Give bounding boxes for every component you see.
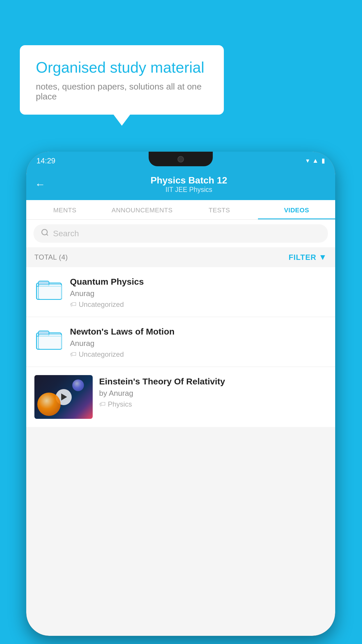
video-author-1: Anurag — [70, 289, 327, 298]
tab-tests[interactable]: TESTS — [181, 200, 258, 219]
list-item[interactable]: Newton's Laws of Motion Anurag 🏷 Uncateg… — [26, 317, 335, 367]
video-tag-3: 🏷 Physics — [99, 400, 327, 408]
header-title-group: Physics Batch 12 IIT JEE Physics — [51, 175, 326, 194]
total-count: TOTAL (4) — [34, 253, 68, 261]
speech-bubble-heading: Organised study material — [36, 58, 208, 76]
item-info-1: Quantum Physics Anurag 🏷 Uncategorized — [70, 275, 327, 309]
video-title-3: Einstein's Theory Of Relativity — [99, 377, 327, 386]
svg-rect-7 — [38, 334, 62, 349]
tag-icon-3: 🏷 — [99, 400, 106, 408]
play-triangle-icon — [61, 393, 67, 400]
list-item[interactable]: Einstein's Theory Of Relativity by Anura… — [26, 367, 335, 427]
video-title-1: Quantum Physics — [70, 277, 327, 287]
camera — [178, 156, 184, 162]
video-tag-2: 🏷 Uncategorized — [70, 350, 327, 358]
tab-videos[interactable]: VIDEOS — [258, 200, 335, 219]
search-placeholder: Search — [53, 229, 79, 238]
back-button[interactable]: ← — [35, 179, 45, 190]
video-list: Quantum Physics Anurag 🏷 Uncategorized — [26, 267, 335, 427]
video-author-2: Anurag — [70, 339, 327, 348]
filter-icon: ▼ — [319, 253, 327, 262]
video-title-2: Newton's Laws of Motion — [70, 327, 327, 337]
svg-line-1 — [46, 234, 48, 235]
item-thumbnail-1 — [34, 275, 64, 302]
svg-point-0 — [42, 230, 48, 235]
folder-icon — [36, 326, 62, 351]
header-subtitle: IIT JEE Physics — [51, 186, 326, 194]
notch — [149, 152, 213, 166]
planet-decoration-2 — [72, 379, 84, 391]
speech-bubble: Organised study material notes, question… — [20, 45, 224, 115]
svg-rect-4 — [38, 284, 62, 299]
video-tag-1: 🏷 Uncategorized — [70, 300, 327, 309]
speech-bubble-wrapper: Organised study material notes, question… — [20, 45, 224, 115]
header-title: Physics Batch 12 — [51, 175, 326, 186]
battery-icon: ▮ — [321, 157, 325, 164]
item-info-2: Newton's Laws of Motion Anurag 🏷 Uncateg… — [70, 325, 327, 358]
search-bar[interactable]: Search — [34, 224, 328, 243]
item-info-3: Einstein's Theory Of Relativity by Anura… — [99, 375, 327, 408]
tab-bar: MENTS ANNOUNCEMENTS TESTS VIDEOS — [26, 200, 335, 220]
item-thumbnail-2 — [34, 325, 64, 351]
folder-icon — [36, 276, 62, 301]
tab-announcements[interactable]: ANNOUNCEMENTS — [103, 200, 181, 219]
status-icons: ▾ ▲ ▮ — [306, 157, 325, 164]
tag-icon-1: 🏷 — [70, 301, 76, 308]
planet-decoration — [37, 393, 61, 416]
app-header: ← Physics Batch 12 IIT JEE Physics — [26, 170, 335, 200]
phone-screen: 14:29 ▾ ▲ ▮ ← Physics Batch 12 IIT JEE P… — [26, 152, 335, 636]
wifi-icon: ▾ — [306, 157, 309, 164]
tag-icon-2: 🏷 — [70, 351, 76, 358]
list-item[interactable]: Quantum Physics Anurag 🏷 Uncategorized — [26, 267, 335, 317]
tab-ments[interactable]: MENTS — [26, 200, 103, 219]
status-time: 14:29 — [36, 156, 55, 165]
search-container: Search — [26, 220, 335, 247]
filter-bar: TOTAL (4) FILTER ▼ — [26, 247, 335, 267]
search-icon — [41, 228, 49, 239]
filter-button[interactable]: FILTER ▼ — [289, 253, 327, 262]
video-author-3: by Anurag — [99, 389, 327, 398]
phone-frame: 14:29 ▾ ▲ ▮ ← Physics Batch 12 IIT JEE P… — [26, 152, 335, 636]
speech-bubble-subtext: notes, question papers, solutions all at… — [36, 82, 208, 102]
signal-icon: ▲ — [312, 157, 319, 164]
video-thumbnail-3 — [34, 375, 93, 419]
